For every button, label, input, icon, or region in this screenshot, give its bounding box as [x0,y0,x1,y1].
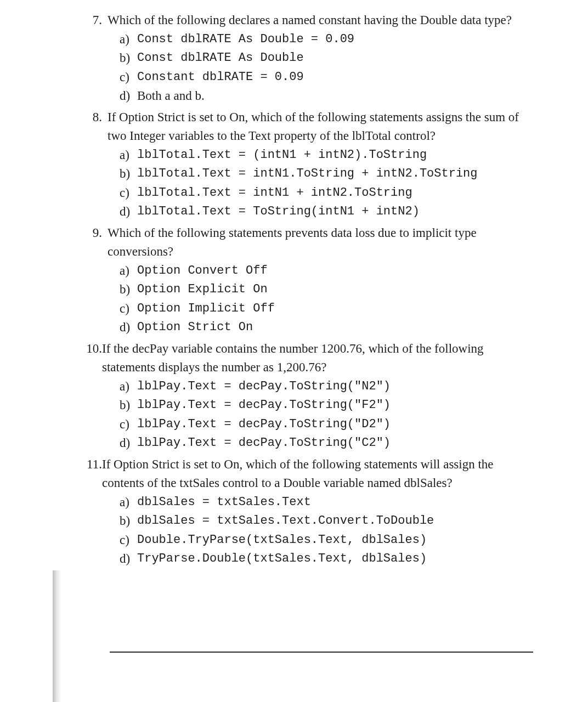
option-code: lblTotal.Text = ToString(intN1 + intN2) [137,202,533,222]
page-divider [110,652,533,653]
option-letter: a) [120,262,137,281]
option-b: b) Const dblRATE As Double [120,49,533,68]
question-number: 8. [82,108,102,146]
option-text: Both a and b. [137,87,533,106]
option-b: b) dblSales = txtSales.Text.Convert.ToDo… [120,512,533,531]
option-letter: b) [120,396,137,415]
question-number: 11. [77,455,102,493]
option-code: Option Convert Off [137,262,533,281]
question-8: 8. If Option Strict is set to On, which … [55,108,533,222]
option-code: lblPay.Text = decPay.ToString("D2") [137,415,533,434]
option-d: d) lblTotal.Text = ToString(intN1 + intN… [120,202,533,222]
page-shadow [53,570,61,702]
question-number: 10. [77,339,102,377]
option-b: b) Option Explicit On [120,280,533,299]
option-code: Constant dblRATE = 0.09 [137,68,533,87]
option-code: Double.TryParse(txtSales.Text, dblSales) [137,531,533,550]
option-letter: b) [120,165,137,184]
question-text: 9. Which of the following statements pre… [82,224,533,262]
option-code: lblPay.Text = decPay.ToString("C2") [137,434,533,453]
option-letter: d) [120,550,137,569]
option-code: Option Explicit On [137,280,533,299]
option-a: a) dblSales = txtSales.Text [120,493,533,512]
option-code: dblSales = txtSales.Text.Convert.ToDoubl… [137,512,533,531]
option-code: lblPay.Text = decPay.ToString("F2") [137,396,533,415]
option-letter: d) [120,202,137,222]
option-code: dblSales = txtSales.Text [137,493,533,512]
option-code: Const dblRATE As Double [137,49,533,68]
option-code: lblTotal.Text = intN1.ToString + intN2.T… [137,165,533,184]
option-d: d) lblPay.Text = decPay.ToString("C2") [120,434,533,453]
option-code: lblTotal.Text = intN1 + intN2.ToString [137,184,533,203]
option-a: a) Option Convert Off [120,262,533,281]
question-text: 8. If Option Strict is set to On, which … [82,108,533,146]
option-letter: c) [120,415,137,434]
option-letter: b) [120,49,137,68]
question-7: 7. Which of the following declares a nam… [55,11,533,106]
option-letter: a) [120,377,137,397]
question-text: 10. If the decPay variable contains the … [82,339,533,377]
option-letter: a) [120,30,137,49]
option-letter: c) [120,68,137,87]
question-text: 7. Which of the following declares a nam… [82,11,533,30]
option-letter: c) [120,531,137,550]
question-10: 10. If the decPay variable contains the … [55,339,533,453]
option-d: d) TryParse.Double(txtSales.Text, dblSal… [120,550,533,569]
option-c: c) Double.TryParse(txtSales.Text, dblSal… [120,531,533,550]
question-body: Which of the following statements preven… [108,224,533,262]
option-letter: b) [120,280,137,299]
option-c: c) lblTotal.Text = intN1 + intN2.ToStrin… [120,184,533,203]
option-b: b) lblPay.Text = decPay.ToString("F2") [120,396,533,415]
option-code: Const dblRATE As Double = 0.09 [137,30,533,49]
question-body: Which of the following declares a named … [108,11,533,30]
option-letter: c) [120,299,137,319]
option-code: Option Implicit Off [137,299,533,319]
option-b: b) lblTotal.Text = intN1.ToString + intN… [120,165,533,184]
question-body: If Option Strict is set to On, which of … [102,455,533,493]
question-number: 7. [82,11,102,30]
question-body: If Option Strict is set to On, which of … [108,108,533,146]
option-letter: d) [120,434,137,453]
option-a: a) lblPay.Text = decPay.ToString("N2") [120,377,533,397]
option-code: TryParse.Double(txtSales.Text, dblSales) [137,550,533,569]
option-letter: b) [120,512,137,531]
option-code: lblTotal.Text = (intN1 + intN2).ToString [137,146,533,165]
option-c: c) Constant dblRATE = 0.09 [120,68,533,87]
option-a: a) Const dblRATE As Double = 0.09 [120,30,533,49]
option-code: Option Strict On [137,318,533,337]
option-d: d) Option Strict On [120,318,533,337]
option-letter: a) [120,146,137,165]
option-c: c) lblPay.Text = decPay.ToString("D2") [120,415,533,434]
option-code: lblPay.Text = decPay.ToString("N2") [137,377,533,397]
question-9: 9. Which of the following statements pre… [55,224,533,337]
option-letter: d) [120,87,137,106]
option-letter: a) [120,493,137,512]
option-a: a) lblTotal.Text = (intN1 + intN2).ToStr… [120,146,533,165]
option-letter: d) [120,318,137,337]
question-number: 9. [82,224,102,262]
question-11: 11. If Option Strict is set to On, which… [55,455,533,569]
option-c: c) Option Implicit Off [120,299,533,319]
option-letter: c) [120,184,137,203]
question-text: 11. If Option Strict is set to On, which… [82,455,533,493]
option-d: d) Both a and b. [120,87,533,106]
question-body: If the decPay variable contains the numb… [102,339,533,377]
